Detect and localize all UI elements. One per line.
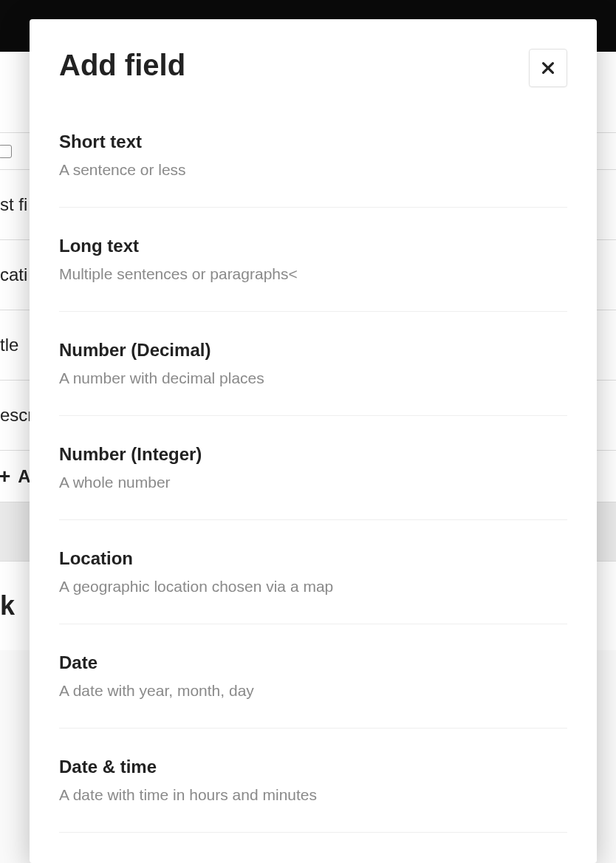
field-option-title: Date & time [59, 757, 567, 777]
field-option-title: Date [59, 652, 567, 673]
field-option-title: Number (Integer) [59, 444, 567, 465]
field-option-desc: A sentence or less [59, 161, 567, 179]
field-option-short-text[interactable]: Short text A sentence or less [59, 132, 567, 208]
field-option-long-text[interactable]: Long text Multiple sentences or paragrap… [59, 208, 567, 312]
plus-icon: + [0, 465, 10, 488]
close-button[interactable] [529, 49, 567, 87]
field-type-list: Short text A sentence or less Long text … [59, 132, 567, 833]
field-option-title: Location [59, 548, 567, 569]
field-option-date-time[interactable]: Date & time A date with time in hours an… [59, 729, 567, 833]
add-field-modal: Add field Short text A sentence or less … [30, 19, 597, 863]
field-option-desc: A date with year, month, day [59, 682, 567, 700]
field-option-title: Number (Decimal) [59, 340, 567, 361]
field-option-title: Long text [59, 236, 567, 256]
modal-header: Add field [59, 49, 567, 87]
field-option-title: Short text [59, 132, 567, 152]
field-option-desc: A date with time in hours and minutes [59, 786, 567, 804]
modal-title: Add field [59, 49, 185, 82]
field-option-desc: A number with decimal places [59, 369, 567, 387]
field-option-date[interactable]: Date A date with year, month, day [59, 624, 567, 729]
close-icon [540, 60, 556, 76]
field-option-location[interactable]: Location A geographic location chosen vi… [59, 520, 567, 624]
field-option-number-integer[interactable]: Number (Integer) A whole number [59, 416, 567, 520]
field-option-number-decimal[interactable]: Number (Decimal) A number with decimal p… [59, 312, 567, 416]
field-option-desc: A whole number [59, 474, 567, 491]
field-option-desc: A geographic location chosen via a map [59, 578, 567, 596]
field-option-desc: Multiple sentences or paragraphs< [59, 265, 567, 283]
